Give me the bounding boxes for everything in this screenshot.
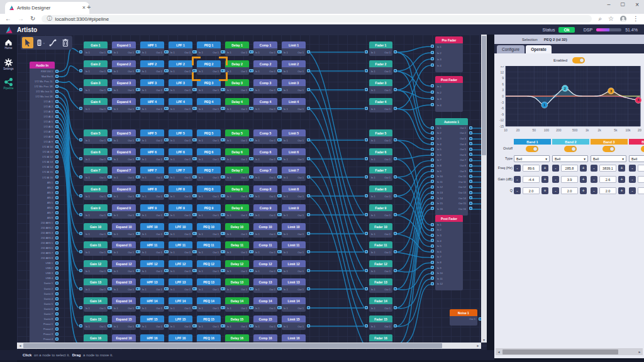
input-port-handle[interactable] — [221, 269, 224, 272]
node-delay-2[interactable]: Delay 2In 1Out 1 — [225, 60, 249, 75]
input-port-handle[interactable] — [221, 213, 224, 216]
node-lpf-5[interactable]: LPF 5In 1Out 1 — [169, 129, 192, 144]
output-port-handle[interactable] — [55, 186, 58, 189]
input-port-handle[interactable] — [277, 306, 280, 309]
stepper-plus-button[interactable]: + — [541, 187, 548, 194]
node-audio-in[interactable]: Audio InRS8 534 1Mod Ext 6172 Mic Prec 1… — [30, 62, 55, 348]
node-expand-9[interactable]: Expand 9In 1Out 1 — [112, 204, 136, 219]
band-type-select[interactable]: Bell▾ — [514, 155, 550, 162]
output-port-handle[interactable] — [469, 207, 472, 210]
input-port-handle[interactable] — [164, 175, 167, 178]
band-header[interactable]: Band 2 — [552, 139, 589, 145]
input-port-handle[interactable] — [249, 107, 252, 110]
band-type-select[interactable]: Bell▾ — [591, 155, 626, 162]
input-port-handle[interactable] — [192, 269, 196, 272]
output-port-handle[interactable] — [307, 194, 310, 197]
band-onoff-toggle[interactable] — [526, 146, 538, 152]
node-hpf-13[interactable]: HPF 13In 1Out 1 — [140, 278, 164, 293]
output-port-handle[interactable] — [469, 180, 472, 183]
band-freq-value[interactable]: 3839.1 — [599, 165, 616, 172]
node-delay-6[interactable]: Delay 6In 1Out 1 — [225, 148, 249, 163]
output-port-handle[interactable] — [55, 282, 58, 285]
node-lpf-13[interactable]: LPF 13In 1Out 1 — [169, 278, 192, 293]
output-port-handle[interactable] — [469, 196, 472, 199]
input-port-handle[interactable] — [365, 269, 368, 272]
node-lpf-9[interactable]: LPF 9In 1Out 1 — [169, 204, 192, 219]
band-q-value[interactable]: 2.0 — [561, 187, 578, 194]
output-port-handle[interactable] — [307, 88, 310, 91]
stepper-minus-button[interactable]: - — [514, 165, 521, 172]
input-port-handle[interactable] — [431, 126, 434, 129]
output-port-handle[interactable] — [55, 196, 58, 199]
node-hpf-7[interactable]: HPF 7In 1Out 1 — [140, 167, 164, 181]
output-port-handle[interactable] — [469, 164, 472, 167]
band-header[interactable]: Band 4 — [629, 139, 644, 145]
output-port-handle[interactable] — [55, 211, 58, 214]
input-port-handle[interactable] — [108, 194, 111, 197]
input-port-handle[interactable] — [431, 148, 434, 151]
node-hpf-12[interactable]: HPF 12In 1Out 1 — [140, 260, 164, 275]
input-port-handle[interactable] — [136, 269, 139, 272]
band-gain-value[interactable] — [638, 176, 644, 183]
node-expand-8[interactable]: Expand 8In 1Out 1 — [112, 185, 136, 200]
output-port-handle[interactable] — [55, 241, 58, 244]
input-port-handle[interactable] — [136, 69, 139, 72]
output-port-handle[interactable] — [394, 232, 397, 235]
input-port-handle[interactable] — [365, 138, 368, 141]
input-port-handle[interactable] — [431, 153, 434, 156]
output-port-handle[interactable] — [394, 324, 397, 327]
output-port-handle[interactable] — [394, 88, 397, 91]
node-hpf-8[interactable]: HPF 8In 1Out 1 — [140, 185, 164, 200]
tab-operate[interactable]: Operate — [526, 45, 552, 53]
input-port-handle[interactable] — [431, 103, 434, 106]
node-comp-3[interactable]: Comp 3In 1Out 1 — [253, 79, 277, 94]
band-freq-value[interactable] — [638, 165, 644, 172]
output-port-handle[interactable] — [55, 175, 58, 178]
output-port-handle[interactable] — [55, 130, 58, 133]
band-freq-value[interactable]: 285.8 — [561, 165, 578, 172]
input-port-handle[interactable] — [79, 88, 82, 91]
node-peq-9[interactable]: PEQ 9In 1Out 1 — [197, 204, 221, 219]
node-gain-13[interactable]: Gain 13In 1Out 1 — [84, 278, 108, 293]
node-automix[interactable]: Automix 1In 1Out 1In 2Out 2In 3Out 3In 4… — [435, 118, 468, 216]
node-limit-9[interactable]: Limit 9In 1Out 1 — [282, 204, 306, 219]
stepper-plus-button[interactable]: + — [618, 176, 625, 183]
output-port-handle[interactable] — [307, 175, 310, 178]
input-port-handle[interactable] — [221, 88, 224, 91]
node-delay-12[interactable]: Delay 12In 1Out 1 — [225, 260, 249, 275]
node-gain-6[interactable]: Gain 6In 1Out 1 — [84, 148, 108, 163]
node-expand-11[interactable]: Expand 11In 1Out 1 — [112, 241, 136, 256]
output-port-handle[interactable] — [55, 150, 58, 153]
input-port-handle[interactable] — [277, 287, 280, 290]
input-port-handle[interactable] — [277, 213, 280, 216]
node-limit-15[interactable]: Limit 15In 1Out 1 — [282, 315, 306, 330]
node-lpf-7[interactable]: LPF 7In 1Out 1 — [169, 167, 192, 181]
input-port-handle[interactable] — [431, 250, 434, 253]
node-limit-7[interactable]: Limit 7In 1Out 1 — [282, 167, 306, 181]
node-expand-1[interactable]: Expand 1In 1Out 1 — [112, 41, 136, 56]
scroll-left-icon[interactable]: ◂ — [18, 343, 23, 348]
input-port-handle[interactable] — [249, 194, 252, 197]
input-port-handle[interactable] — [192, 107, 196, 110]
node-limit-3[interactable]: Limit 3In 1Out 1 — [282, 79, 306, 94]
input-port-handle[interactable] — [277, 157, 280, 160]
scroll-right-icon[interactable]: ▸ — [637, 349, 642, 354]
input-port-handle[interactable] — [277, 232, 280, 235]
output-port-handle[interactable] — [55, 261, 58, 265]
input-port-handle[interactable] — [277, 107, 280, 110]
scroll-right-icon[interactable]: ▸ — [475, 343, 480, 348]
input-port-handle[interactable] — [221, 175, 224, 178]
node-gain-8[interactable]: Gain 8In 1Out 1 — [84, 185, 108, 200]
input-port-handle[interactable] — [365, 324, 368, 327]
input-port-handle[interactable] — [221, 50, 224, 53]
output-port-handle[interactable] — [307, 306, 310, 309]
input-port-handle[interactable] — [277, 324, 280, 327]
output-port-handle[interactable] — [55, 297, 58, 300]
input-port-handle[interactable] — [136, 213, 139, 216]
input-port-handle[interactable] — [249, 175, 252, 178]
input-port-handle[interactable] — [136, 138, 139, 141]
output-port-handle[interactable] — [469, 191, 472, 194]
input-port-handle[interactable] — [79, 50, 82, 53]
input-port-handle[interactable] — [221, 194, 224, 197]
new-tab-icon[interactable]: + — [87, 3, 91, 11]
